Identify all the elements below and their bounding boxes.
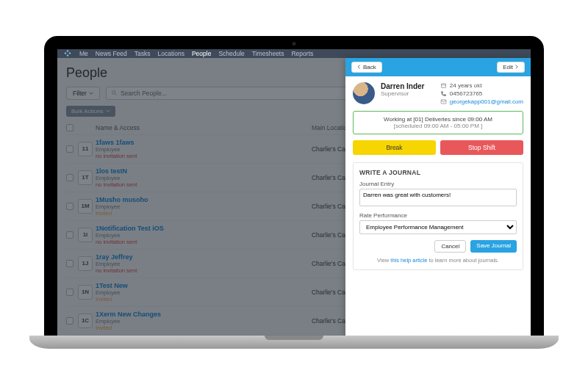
working-status-box: Working at [01] Deliveries since 09:00 A… — [353, 111, 523, 134]
person-phone: 0456723765 — [450, 90, 483, 97]
laptop-frame: MeNews FeedTasksLocationsPeopleScheduleT… — [44, 36, 544, 349]
profile-name-block: Darren Inder Supervisor — [381, 82, 424, 105]
camera-dot — [293, 42, 296, 46]
person-role: Supervisor — [381, 90, 424, 97]
break-button[interactable]: Break — [353, 140, 436, 155]
panel-body: Darren Inder Supervisor 24 years old 045… — [345, 76, 531, 336]
edit-button[interactable]: Edit — [497, 62, 525, 73]
panel-header: Back Edit — [345, 58, 531, 76]
nav-item-schedule[interactable]: Schedule — [218, 50, 244, 57]
person-age: 24 years old — [450, 82, 482, 89]
screen: MeNews FeedTasksLocationsPeopleScheduleT… — [57, 49, 531, 336]
laptop-notch — [265, 336, 323, 340]
working-line: Working at [01] Deliveries since 09:00 A… — [358, 116, 518, 123]
person-email[interactable]: georgekapp001@gmail.com — [450, 98, 523, 105]
nav-item-reports[interactable]: Reports — [291, 50, 313, 57]
back-label: Back — [363, 64, 376, 70]
app: MeNews FeedTasksLocationsPeopleScheduleT… — [57, 49, 531, 336]
journal-help: View this help article to learn more abo… — [359, 257, 517, 264]
profile-section: Darren Inder Supervisor 24 years old 045… — [353, 82, 523, 105]
stop-shift-button[interactable]: Stop Shift — [440, 140, 523, 155]
screen-bezel: MeNews FeedTasksLocationsPeopleScheduleT… — [44, 36, 544, 336]
journal-actions: Cancel Save Journal — [359, 240, 517, 253]
journal-entry-input[interactable] — [359, 189, 517, 206]
side-panel: Back Edit Darren Inder — [345, 58, 531, 336]
save-journal-button[interactable]: Save Journal — [470, 240, 517, 253]
top-nav: MeNews FeedTasksLocationsPeopleScheduleT… — [57, 49, 531, 58]
nav-item-news-feed[interactable]: News Feed — [96, 50, 127, 57]
avatar — [353, 82, 375, 104]
person-name: Darren Inder — [381, 82, 424, 90]
chevron-right-icon — [514, 65, 519, 69]
journal-entry-label: Journal Entry — [359, 181, 517, 187]
rate-label: Rate Performance — [359, 212, 517, 219]
journal-card: WRITE A JOURNAL Journal Entry Rate Perfo… — [353, 162, 523, 270]
profile-meta: 24 years old 0456723765 georgekapp001@gm… — [440, 82, 523, 105]
journal-title: WRITE A JOURNAL — [359, 169, 517, 176]
back-button[interactable]: Back — [351, 62, 382, 73]
edit-label: Edit — [503, 64, 513, 70]
calendar-icon — [440, 82, 447, 89]
help-link[interactable]: this help article — [390, 257, 427, 264]
nav-item-locations[interactable]: Locations — [158, 50, 184, 57]
svg-rect-2 — [441, 83, 445, 87]
nav-item-timesheets[interactable]: Timesheets — [252, 50, 284, 57]
app-body: People Filter showing 1-50 / 270 people — [57, 58, 531, 336]
mail-icon — [440, 98, 447, 105]
scheduled-line: [scheduled 09:00 AM - 05:00 PM ] — [358, 123, 518, 129]
rate-select[interactable]: Employee Performance Management — [359, 220, 517, 234]
chevron-left-icon — [357, 65, 362, 69]
shift-actions: Break Stop Shift — [353, 140, 523, 155]
phone-icon — [440, 90, 447, 97]
cancel-button[interactable]: Cancel — [434, 240, 466, 253]
laptop-base — [29, 336, 559, 349]
nav-item-me[interactable]: Me — [79, 50, 88, 57]
nav-item-people[interactable]: People — [192, 50, 211, 57]
nav-item-tasks[interactable]: Tasks — [135, 50, 151, 57]
app-logo-icon — [63, 49, 72, 58]
